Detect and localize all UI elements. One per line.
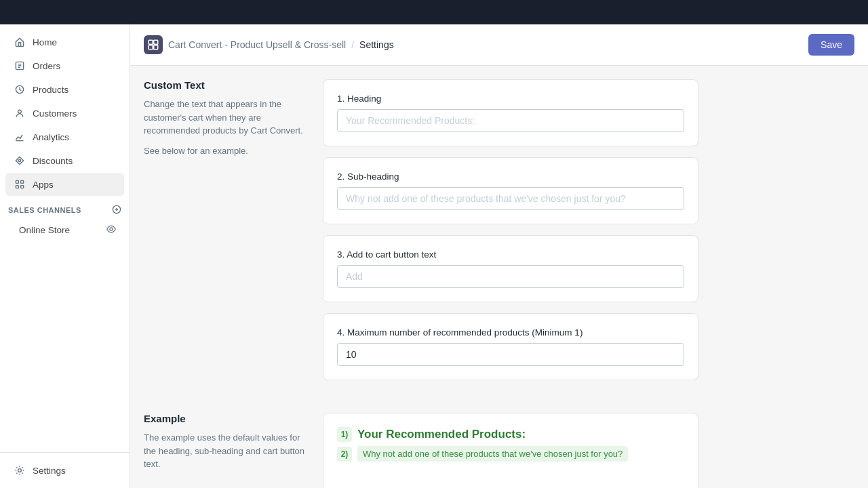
subheading-input[interactable] <box>337 187 684 210</box>
sidebar-item-home-label: Home <box>33 37 57 47</box>
svg-rect-6 <box>16 186 18 188</box>
sales-channels-header: SALES CHANNELS <box>0 197 130 218</box>
page-body: Custom Text Change the text that appears… <box>130 66 868 488</box>
example-description: Example The example uses the default val… <box>144 413 307 488</box>
apps-icon <box>14 178 26 190</box>
example-desc: The example uses the default values for … <box>144 431 307 471</box>
svg-rect-12 <box>154 40 158 44</box>
sidebar-item-online-store[interactable]: Online Store <box>5 219 124 241</box>
analytics-icon <box>14 131 26 143</box>
sidebar-item-products-label: Products <box>33 85 68 95</box>
sidebar-item-analytics-label: Analytics <box>33 132 69 142</box>
example-num-1: 1) <box>337 427 352 442</box>
custom-text-section: Custom Text Change the text that appears… <box>144 79 698 488</box>
discounts-icon <box>14 155 26 167</box>
sidebar-item-apps-label: Apps <box>33 180 54 190</box>
sidebar-item-orders-label: Orders <box>33 61 60 71</box>
example-heading-text: Your Recommended Products: <box>357 428 526 441</box>
example-preview: 1) Your Recommended Products: 2) Why not… <box>323 413 698 488</box>
save-button[interactable]: Save <box>808 34 854 56</box>
heading-input[interactable] <box>337 109 684 132</box>
custom-text-description: Custom Text Change the text that appears… <box>144 79 307 391</box>
custom-text-row: Custom Text Change the text that appears… <box>144 79 698 391</box>
add-sales-channel-button[interactable] <box>112 205 121 216</box>
sidebar: Home Orders Products <box>0 24 130 488</box>
example-subheading-text: Why not add one of these products that w… <box>357 446 628 462</box>
sidebar-item-customers-label: Customers <box>33 108 77 119</box>
subheading-field-section: 2. Sub-heading <box>323 157 698 224</box>
svg-rect-4 <box>16 180 18 183</box>
sidebar-item-discounts-label: Discounts <box>33 156 73 166</box>
product-images <box>337 472 684 488</box>
example-num-2: 2) <box>337 447 352 462</box>
svg-point-10 <box>18 469 22 472</box>
breadcrumb: Cart Convert - Product Upsell & Cross-se… <box>144 35 394 54</box>
svg-rect-5 <box>21 180 24 183</box>
breadcrumb-app-name[interactable]: Cart Convert - Product Upsell & Cross-se… <box>168 39 346 50</box>
sidebar-item-online-store-label: Online Store <box>19 225 70 235</box>
settings-icon <box>14 464 26 476</box>
custom-text-desc: Change the text that appears in the cust… <box>144 98 307 138</box>
orders-icon <box>14 60 26 72</box>
svg-rect-7 <box>21 186 24 188</box>
sidebar-item-settings[interactable]: Settings <box>5 459 124 482</box>
top-bar <box>0 0 868 24</box>
custom-text-example-note: See below for an example. <box>144 144 307 158</box>
example-subheading-row: 2) Why not add one of these products tha… <box>337 446 684 462</box>
product-image-1 <box>337 472 446 488</box>
svg-point-9 <box>110 228 113 230</box>
sidebar-nav: Home Orders Products <box>0 24 130 452</box>
max-recommended-label: 4. Maximum number of recommended product… <box>337 327 684 338</box>
sidebar-footer: Settings <box>0 452 130 488</box>
svg-rect-14 <box>154 45 158 49</box>
sidebar-item-products[interactable]: Products <box>5 78 124 101</box>
main-content: Cart Convert - Product Upsell & Cross-se… <box>130 24 868 488</box>
max-recommended-field-section: 4. Maximum number of recommended product… <box>323 313 698 380</box>
breadcrumb-current-page: Settings <box>359 39 394 50</box>
custom-text-fields: 1. Heading 2. Sub-heading 3. Add to cart… <box>323 79 698 391</box>
add-to-cart-input[interactable] <box>337 265 684 288</box>
sidebar-item-settings-label: Settings <box>33 466 66 476</box>
sales-channels-label: SALES CHANNELS <box>8 206 81 214</box>
add-to-cart-label: 3. Add to cart button text <box>337 249 684 260</box>
add-to-cart-field-section: 3. Add to cart button text <box>323 235 698 302</box>
heading-field-section: 1. Heading <box>323 79 698 146</box>
products-icon <box>14 83 26 96</box>
max-recommended-input[interactable] <box>337 343 684 366</box>
svg-rect-11 <box>149 40 153 44</box>
example-heading-row: 1) Your Recommended Products: <box>337 427 684 442</box>
sidebar-item-apps[interactable]: Apps <box>5 173 124 196</box>
sidebar-item-home[interactable]: Home <box>5 30 124 54</box>
sidebar-item-analytics[interactable]: Analytics <box>5 125 124 148</box>
example-row: Example The example uses the default val… <box>144 413 698 488</box>
subheading-label: 2. Sub-heading <box>337 171 684 182</box>
home-icon <box>14 36 26 48</box>
svg-point-2 <box>18 110 22 113</box>
svg-point-3 <box>18 159 20 161</box>
custom-text-title: Custom Text <box>144 79 307 91</box>
page-header: Cart Convert - Product Upsell & Cross-se… <box>130 24 868 66</box>
product-image-2 <box>456 472 565 488</box>
sidebar-item-discounts[interactable]: Discounts <box>5 149 124 172</box>
breadcrumb-separator: / <box>351 39 354 50</box>
customers-icon <box>14 107 26 119</box>
sidebar-item-orders[interactable]: Orders <box>5 54 124 77</box>
svg-rect-13 <box>149 45 153 49</box>
product-image-3 <box>576 472 684 488</box>
eye-icon <box>106 224 116 236</box>
example-box: 1) Your Recommended Products: 2) Why not… <box>323 413 698 488</box>
example-title: Example <box>144 413 307 424</box>
heading-label: 1. Heading <box>337 94 684 104</box>
sidebar-item-customers[interactable]: Customers <box>5 102 124 125</box>
app-icon <box>144 35 163 54</box>
